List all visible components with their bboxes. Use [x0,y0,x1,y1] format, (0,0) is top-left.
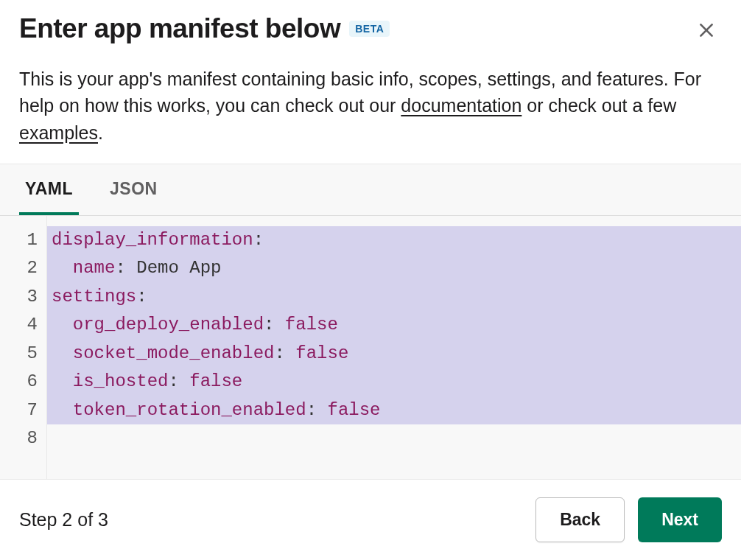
next-button[interactable]: Next [638,497,722,542]
title-row: Enter app manifest below BETA [19,13,390,44]
line-number: 5 [0,340,46,368]
line-number: 7 [0,396,46,425]
description-text-3: . [98,122,103,143]
code-line[interactable]: token_rotation_enabled: false [47,396,741,425]
code-line[interactable]: is_hosted: false [47,368,741,396]
footer-buttons: Back Next [535,497,722,542]
tab-json[interactable]: JSON [104,164,164,215]
line-number: 4 [0,311,46,340]
code-line[interactable]: display_information: [47,226,741,255]
code-line[interactable]: name: Demo App [47,254,741,283]
close-button[interactable] [691,15,722,48]
format-tabs: YAML JSON [0,164,741,216]
step-indicator: Step 2 of 3 [19,509,108,531]
line-number: 6 [0,368,46,396]
code-editor[interactable]: 12345678 display_information: name: Demo… [0,216,741,479]
modal-title: Enter app manifest below [19,13,340,44]
modal-description: This is your app's manifest containing b… [0,51,741,164]
modal-header: Enter app manifest below BETA [0,0,741,51]
line-number: 2 [0,254,46,283]
code-line[interactable]: org_deploy_enabled: false [47,311,741,340]
back-button[interactable]: Back [535,497,625,542]
code-line[interactable]: settings: [47,283,741,312]
close-icon [697,21,716,40]
line-number: 3 [0,283,46,312]
line-number: 8 [0,424,46,453]
beta-badge: BETA [349,21,390,37]
documentation-link[interactable]: documentation [401,95,521,116]
code-line[interactable]: socket_mode_enabled: false [47,340,741,368]
line-gutter: 12345678 [0,216,47,479]
code-content[interactable]: display_information: name: Demo Appsetti… [47,216,741,479]
modal-footer: Step 2 of 3 Back Next [0,479,741,560]
examples-link[interactable]: examples [19,122,98,143]
line-number: 1 [0,226,46,255]
description-text-2: or check out a few [521,95,676,116]
manifest-modal: Enter app manifest below BETA This is yo… [0,0,741,560]
code-line[interactable] [47,424,741,453]
tab-yaml[interactable]: YAML [19,164,79,215]
